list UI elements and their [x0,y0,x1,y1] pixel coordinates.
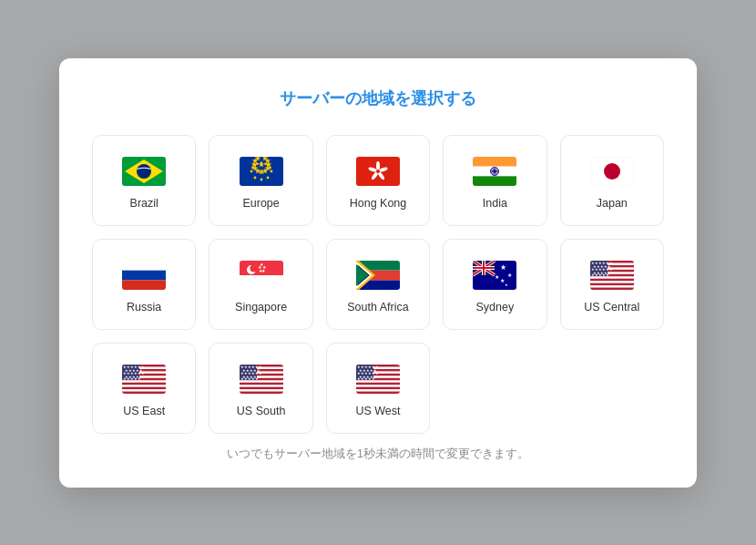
region-label-us-south: US South [237,405,286,417]
svg-rect-94 [590,281,634,283]
modal-title: サーバーの地域を選択する [92,87,664,109]
region-label-us-west: US West [355,405,400,417]
svg-text:★: ★ [500,263,506,272]
region-label-brazil: Brazil [130,197,158,210]
svg-text:★★★★★: ★★★★★ [591,273,609,277]
svg-rect-56 [122,280,166,290]
svg-point-23 [253,163,256,166]
svg-rect-95 [590,285,634,287]
svg-point-21 [253,176,256,179]
flag-us-south: ★★★★★★ ★★★★★ ★★★★★★ ★★★★★ ★★★★★ [240,363,283,396]
flag-europe [240,155,283,188]
flag-japan [590,155,634,188]
region-card-us-central[interactable]: ★★★★★★ ★★★★★ ★★★★★★ ★★★★★ ★★★★★ US Centr… [560,239,664,330]
region-label-us-central: US Central [584,301,639,314]
svg-point-34 [376,170,380,173]
svg-text:★★★★★: ★★★★★ [357,377,375,381]
svg-point-19 [266,176,269,179]
svg-point-24 [264,162,267,165]
svg-point-60 [250,264,257,272]
region-label-hong-kong: Hong Kong [350,197,407,210]
svg-text:★: ★ [495,274,499,280]
svg-rect-58 [240,275,283,290]
svg-point-17 [266,163,269,166]
flag-singapore: ★ ★ ★ ★ ★ [240,259,283,292]
svg-rect-134 [356,389,400,391]
region-card-india[interactable]: India [443,135,547,226]
region-card-south-africa[interactable]: South Africa [326,239,430,330]
svg-point-16 [260,161,262,164]
flag-us-west: ★★★★★★ ★★★★★ ★★★★★★ ★★★★★ ★★★★★ [356,363,400,396]
region-label-europe: Europe [242,197,279,210]
svg-text:★★★★★: ★★★★★ [123,377,141,381]
region-card-hong-kong[interactable]: Hong Kong [326,135,430,226]
region-card-us-west[interactable]: ★★★★★★ ★★★★★ ★★★★★★ ★★★★★ ★★★★★ US West [326,343,430,434]
flag-brazil [122,155,166,188]
svg-point-29 [376,161,380,170]
footer-text: いつでもサーバー地域を1秒未満の時間で変更できます。 [92,447,664,462]
svg-point-27 [251,166,254,169]
svg-rect-37 [473,176,516,186]
flag-sydney: ★ ★ ★ ★ ★ [473,259,516,292]
svg-rect-54 [122,261,166,271]
svg-rect-120 [240,385,283,386]
svg-point-20 [260,178,262,180]
svg-rect-108 [122,389,166,391]
region-selection-modal: サーバーの地域を選択する Brazil [59,58,697,488]
svg-text:★: ★ [505,283,508,287]
region-grid: Brazil [92,135,664,434]
svg-point-22 [250,170,252,172]
region-label-india: India [483,197,507,210]
flag-us-central: ★★★★★★ ★★★★★ ★★★★★★ ★★★★★ ★★★★★ [590,259,634,292]
region-label-japan: Japan [597,197,628,210]
svg-point-2 [137,164,151,179]
svg-rect-121 [240,389,283,391]
region-card-us-east[interactable]: ★★★★★★ ★★★★★ ★★★★★★ ★★★★★ ★★★★★ US East [92,343,196,434]
svg-point-53 [604,163,620,180]
region-label-singapore: Singapore [235,301,287,314]
flag-hong-kong [356,155,400,188]
svg-rect-83 [473,267,495,269]
region-card-brazil[interactable]: Brazil [92,135,196,226]
region-card-sydney[interactable]: ★ ★ ★ ★ ★ Sydney [443,239,547,330]
region-card-japan[interactable]: Japan [560,135,664,226]
region-label-south-africa: South Africa [347,301,408,314]
svg-text:★★★★★: ★★★★★ [240,377,259,381]
region-label-russia: Russia [127,301,161,314]
region-card-us-south[interactable]: ★★★★★★ ★★★★★ ★★★★★★ ★★★★★ ★★★★★ US South [209,343,312,434]
svg-rect-55 [122,270,166,280]
svg-point-26 [269,166,271,169]
flag-south-africa [356,259,400,292]
region-card-russia[interactable]: Russia [92,239,196,330]
region-card-singapore[interactable]: ★ ★ ★ ★ ★ Singapore [209,239,312,330]
region-label-sydney: Sydney [476,301,515,314]
flag-us-east: ★★★★★★ ★★★★★ ★★★★★★ ★★★★★ ★★★★★ [122,363,166,396]
svg-rect-107 [122,385,166,386]
flag-india [473,155,516,188]
svg-text:★: ★ [507,272,512,278]
region-label-us-east: US East [123,405,165,417]
flag-russia [122,259,166,292]
region-card-europe[interactable]: Europe [209,135,312,226]
svg-point-25 [256,162,259,165]
svg-rect-35 [473,157,516,167]
svg-rect-133 [356,385,400,386]
svg-point-18 [270,170,272,172]
